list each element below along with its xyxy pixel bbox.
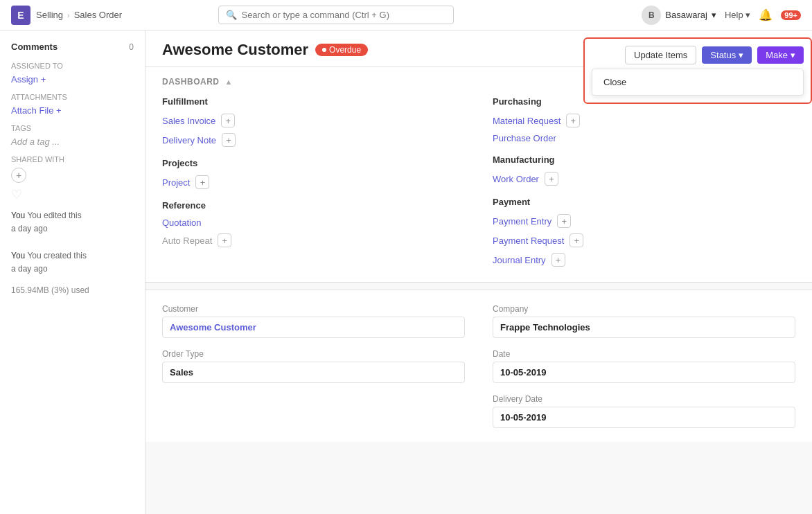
assign-button[interactable]: Assign +: [11, 74, 134, 85]
activity-1-text: You edited this: [27, 211, 81, 220]
app-icon[interactable]: E: [11, 6, 30, 25]
delivery-note-link[interactable]: Delivery Note: [162, 135, 216, 145]
order-type-field: Order Type Sales: [162, 349, 465, 383]
sales-invoice-add-button[interactable]: +: [221, 114, 235, 127]
overdue-badge: Overdue: [315, 44, 368, 56]
comments-section: Comments 0: [11, 42, 134, 52]
page-title-row: Awesome Customer Overdue: [162, 41, 368, 59]
breadcrumb-sales-order[interactable]: Sales Order: [74, 10, 122, 20]
material-request-add-button[interactable]: +: [566, 114, 580, 127]
quotation-row: Quotation: [162, 218, 465, 228]
activity-1-you: You: [11, 211, 25, 220]
journal-entry-add-button[interactable]: +: [551, 253, 565, 267]
fulfillment-title: Fulfillment: [162, 96, 465, 107]
dashboard-grid: Fulfillment Sales Invoice + Delivery Not…: [162, 96, 795, 272]
work-order-add-button[interactable]: +: [545, 172, 558, 186]
delivery-date-label: Delivery Date: [493, 394, 795, 404]
add-shared-button[interactable]: +: [11, 168, 26, 183]
payment-request-link[interactable]: Payment Request: [493, 236, 564, 246]
main-content: Awesome Customer Overdue SO-00011 🖨 Menu…: [145, 30, 812, 514]
help-menu[interactable]: Help ▾: [725, 10, 750, 20]
close-menu-item[interactable]: Close: [592, 72, 803, 92]
comments-count: 0: [129, 42, 134, 52]
sales-invoice-row: Sales Invoice +: [162, 114, 465, 127]
tags-label: TAGS: [11, 124, 134, 132]
material-request-row: Material Request +: [493, 114, 795, 127]
date-field: Date 10-05-2019: [493, 349, 795, 383]
status-chevron-icon: ▾: [739, 50, 743, 60]
manufacturing-title: Manufacturing: [493, 154, 795, 165]
auto-repeat-label: Auto Repeat: [162, 236, 212, 246]
work-order-link[interactable]: Work Order: [493, 174, 539, 184]
notifications-icon[interactable]: 🔔: [759, 8, 773, 21]
sales-invoice-link[interactable]: Sales Invoice: [162, 116, 215, 126]
payment-request-add-button[interactable]: +: [570, 233, 583, 247]
attach-file-button[interactable]: Attach File +: [11, 105, 134, 116]
purchase-order-link[interactable]: Purchase Order: [493, 133, 556, 143]
journal-entry-link[interactable]: Journal Entry: [493, 255, 546, 265]
make-chevron-icon: ▾: [791, 50, 795, 60]
search-bar[interactable]: 🔍: [218, 6, 454, 24]
form-section: Customer Awesome Customer Company Frappe…: [145, 290, 812, 442]
page-header: Awesome Customer Overdue SO-00011 🖨 Menu…: [145, 30, 812, 67]
order-type-label: Order Type: [162, 349, 465, 359]
status-button[interactable]: Status ▾: [702, 46, 752, 64]
purchase-order-row: Purchase Order: [493, 133, 795, 143]
customer-field: Customer Awesome Customer: [162, 304, 465, 338]
auto-repeat-add-button[interactable]: +: [218, 233, 231, 247]
make-button[interactable]: Make ▾: [757, 46, 804, 64]
sidebar: Comments 0 ASSIGNED TO Assign + ATTACHME…: [0, 30, 145, 514]
favorite-icon[interactable]: ♡: [11, 187, 134, 202]
notifications-badge[interactable]: 99+: [781, 10, 801, 20]
order-type-value[interactable]: Sales: [162, 362, 465, 383]
avatar: B: [642, 6, 661, 25]
fulfillment-col: Fulfillment Sales Invoice + Delivery Not…: [162, 96, 465, 272]
add-tag-button[interactable]: Add a tag ...: [11, 136, 134, 147]
help-chevron-icon: ▾: [745, 10, 750, 20]
customer-label: Customer: [162, 304, 465, 314]
delivery-date-field: Delivery Date 10-05-2019: [493, 394, 795, 428]
breadcrumb-selling[interactable]: Selling: [36, 10, 63, 20]
payment-request-row: Payment Request +: [493, 233, 795, 247]
project-row: Project +: [162, 175, 465, 189]
overdue-label: Overdue: [329, 45, 361, 55]
dropdown-top-row: Update Items Status ▾ Make ▾: [592, 46, 804, 64]
assigned-to-label: ASSIGNED TO: [11, 62, 134, 70]
date-value[interactable]: 10-05-2019: [493, 362, 795, 383]
payment-entry-link[interactable]: Payment Entry: [493, 216, 551, 227]
search-icon: 🔍: [226, 10, 237, 20]
delivery-note-add-button[interactable]: +: [222, 133, 236, 147]
shared-with-label: SHARED WITH: [11, 155, 134, 163]
payment-entry-add-button[interactable]: +: [557, 214, 571, 228]
journal-entry-row: Journal Entry +: [493, 253, 795, 267]
overdue-dot: [322, 48, 326, 52]
form-grid: Customer Awesome Customer Company Frappe…: [162, 304, 795, 428]
dashboard-chevron-icon: ▲: [225, 78, 233, 86]
breadcrumb-chevron-1: ›: [67, 11, 70, 19]
topnav: E Selling › Sales Order 🔍 B Basawaraj ▾ …: [0, 0, 812, 30]
delivery-note-row: Delivery Note +: [162, 133, 465, 147]
customer-value[interactable]: Awesome Customer: [162, 317, 465, 338]
company-field: Company Frappe Technologies: [493, 304, 795, 338]
material-request-link[interactable]: Material Request: [493, 116, 561, 126]
search-input[interactable]: [241, 10, 446, 20]
update-items-button[interactable]: Update Items: [625, 46, 696, 64]
dashboard-title: DASHBOARD: [162, 77, 220, 87]
quotation-link[interactable]: Quotation: [162, 218, 201, 228]
payment-title: Payment: [493, 197, 795, 207]
reference-title: Reference: [162, 200, 465, 211]
work-order-row: Work Order +: [493, 172, 795, 186]
username: Basawaraj: [665, 10, 707, 20]
activity-1b: a day ago: [11, 222, 134, 236]
storage-info: 165.94MB (3%) used: [11, 285, 134, 295]
activity-2b: a day ago: [11, 263, 134, 276]
right-col: Purchasing Material Request + Purchase O…: [493, 96, 795, 272]
activity-2-text: You created this: [27, 251, 87, 260]
delivery-date-value[interactable]: 10-05-2019: [493, 407, 795, 428]
project-link[interactable]: Project: [162, 177, 190, 188]
company-value[interactable]: Frappe Technologies: [493, 317, 795, 338]
project-add-button[interactable]: +: [195, 175, 209, 189]
user-menu[interactable]: B Basawaraj ▾: [642, 6, 716, 25]
status-dropdown-menu: Close: [592, 69, 804, 96]
auto-repeat-row: Auto Repeat +: [162, 233, 465, 247]
